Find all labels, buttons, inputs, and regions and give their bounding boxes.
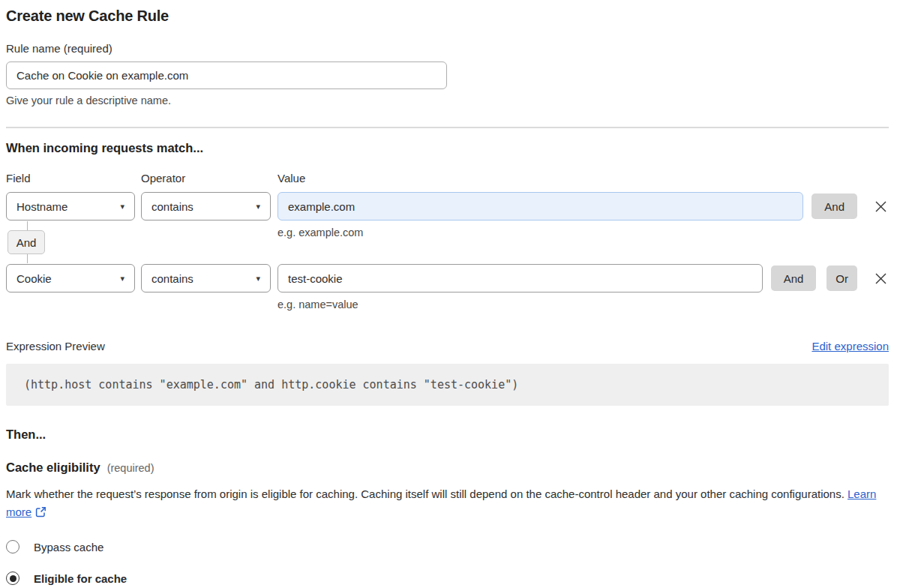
value-column-label: Value [278,172,889,184]
match-section-heading: When incoming requests match... [6,140,889,155]
remove-condition-button[interactable] [872,198,889,214]
external-link-icon [35,505,46,523]
chevron-down-icon: ▾ [256,202,260,211]
description-text: Mark whether the request’s response from… [6,488,844,500]
condition-row: Hostname ▾ contains ▾ And [6,191,889,221]
radio-option[interactable]: Eligible for cache [6,571,889,586]
close-icon [874,272,887,285]
expression-preview-label: Expression Preview [6,340,105,353]
page-title: Create new Cache Rule [6,6,889,26]
cache-eligibility-heading-row: Cache eligibility (required) [6,460,889,475]
edit-expression-link[interactable]: Edit expression [812,340,889,352]
create-cache-rule-form: Create new Cache Rule Rule name (require… [0,0,900,586]
chevron-down-icon: ▾ [120,202,124,211]
operator-column-label: Operator [141,172,278,184]
value-hint: e.g. example.com [278,226,363,238]
row-connector-area: And e.g. example.com [6,221,889,263]
radio-icon [6,540,20,554]
cache-eligibility-description: Mark whether the request’s response from… [6,485,885,523]
rule-name-label: Rule name (required) [6,42,889,55]
section-divider [6,127,889,128]
cache-eligibility-heading: Cache eligibility [6,460,100,475]
required-note: (required) [107,462,154,474]
or-button[interactable]: Or [826,266,857,291]
remove-condition-button[interactable] [872,270,889,286]
radio-icon [6,572,20,585]
condition-column-labels: Field Operator Value [6,172,889,184]
value-hint: e.g. name=value [278,298,889,311]
field-select-value: Hostname [16,200,68,213]
field-select[interactable]: Hostname ▾ [6,192,135,220]
rule-name-input[interactable] [6,62,447,89]
expression-preview-code: (http.host contains "example.com" and ht… [6,364,889,406]
chevron-down-icon: ▾ [256,274,260,283]
operator-select[interactable]: contains ▾ [141,264,271,292]
radio-label: Bypass cache [34,541,104,554]
and-button[interactable]: And [812,194,857,219]
connector-and-button[interactable]: And [8,230,45,254]
operator-select-value: contains [152,272,194,285]
field-select[interactable]: Cookie ▾ [6,264,135,292]
and-button[interactable]: And [771,266,817,291]
then-heading: Then... [6,427,889,442]
chevron-down-icon: ▾ [120,274,124,283]
rule-name-help: Give your rule a descriptive name. [6,94,889,107]
radio-option[interactable]: Bypass cache [6,539,889,554]
field-select-value: Cookie [16,272,52,285]
field-column-label: Field [6,172,141,184]
close-icon [874,200,887,213]
operator-select[interactable]: contains ▾ [141,192,271,220]
radio-label: Eligible for cache [34,572,127,585]
value-input[interactable] [278,264,763,292]
value-input[interactable] [278,192,803,220]
expression-preview-header: Expression Preview Edit expression [6,340,889,353]
operator-select-value: contains [152,200,194,213]
condition-row: Cookie ▾ contains ▾ And Or [6,263,889,293]
